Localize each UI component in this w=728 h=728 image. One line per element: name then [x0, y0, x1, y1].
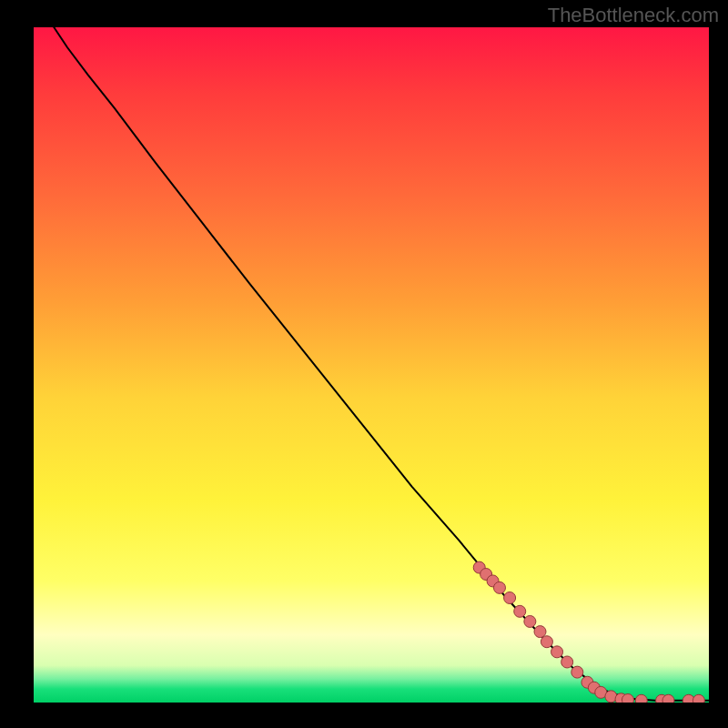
data-marker: [551, 646, 563, 658]
data-marker: [504, 592, 516, 603]
chart-frame: TheBottleneck.com: [0, 0, 728, 728]
data-marker: [534, 626, 546, 638]
watermark-text: TheBottleneck.com: [548, 4, 719, 27]
gradient-background: [34, 27, 709, 703]
data-marker: [622, 694, 633, 703]
data-marker: [541, 636, 552, 648]
data-marker: [693, 694, 704, 703]
data-marker: [493, 581, 505, 593]
data-marker: [635, 694, 647, 703]
data-marker: [524, 615, 536, 627]
chart-svg: [34, 27, 709, 703]
data-marker: [662, 694, 674, 703]
plot-area: [34, 27, 709, 703]
data-marker: [571, 666, 583, 678]
data-marker: [561, 656, 573, 668]
data-marker: [514, 605, 526, 617]
